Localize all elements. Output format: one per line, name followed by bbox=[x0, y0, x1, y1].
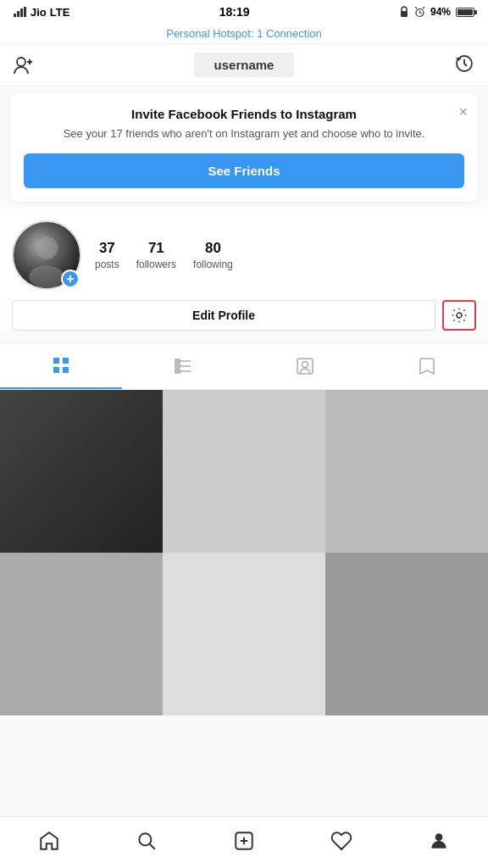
svg-rect-0 bbox=[14, 14, 16, 17]
following-count: 80 bbox=[205, 240, 221, 257]
svg-rect-2 bbox=[20, 8, 23, 17]
hotspot-text: Personal Hotspot: 1 Connection bbox=[166, 27, 322, 40]
svg-line-31 bbox=[150, 844, 155, 849]
svg-point-15 bbox=[36, 236, 58, 259]
close-banner-button[interactable]: × bbox=[458, 103, 468, 121]
carrier-name: Jio bbox=[30, 6, 47, 19]
username-display: username bbox=[194, 53, 295, 77]
posts-stat[interactable]: 37 posts bbox=[95, 240, 119, 270]
add-photo-button[interactable]: + bbox=[61, 270, 80, 288]
svg-rect-4 bbox=[401, 11, 408, 17]
posts-label: posts bbox=[95, 259, 119, 270]
profile-top: + 37 posts 71 followers 80 following bbox=[12, 220, 476, 290]
invite-banner: × Invite Facebook Friends to Instagram S… bbox=[10, 93, 478, 202]
activity-nav-button[interactable] bbox=[321, 826, 362, 856]
add-icon bbox=[233, 830, 255, 852]
home-icon bbox=[38, 830, 60, 852]
svg-point-10 bbox=[17, 58, 25, 66]
svg-rect-19 bbox=[63, 358, 69, 364]
svg-rect-20 bbox=[53, 367, 59, 373]
bottom-nav bbox=[0, 816, 488, 868]
followers-label: followers bbox=[136, 259, 176, 270]
status-time: 18:19 bbox=[219, 5, 250, 19]
tab-list[interactable] bbox=[122, 343, 244, 389]
network-type: LTE bbox=[50, 6, 70, 19]
gear-icon bbox=[451, 307, 468, 324]
signal-icon bbox=[14, 7, 27, 17]
svg-rect-3 bbox=[24, 7, 26, 17]
grid-photo-3[interactable] bbox=[325, 390, 488, 553]
profile-section: + 37 posts 71 followers 80 following Edi… bbox=[0, 209, 488, 331]
battery-icon bbox=[456, 8, 474, 17]
svg-line-9 bbox=[423, 7, 424, 8]
grid-photo-2[interactable] bbox=[163, 390, 325, 553]
svg-rect-1 bbox=[17, 11, 19, 17]
home-nav-button[interactable] bbox=[29, 826, 69, 856]
search-icon bbox=[136, 830, 158, 852]
status-bar: Jio LTE 18:19 94% bbox=[0, 0, 488, 24]
lock-icon bbox=[399, 6, 409, 18]
heart-icon bbox=[330, 830, 352, 852]
svg-point-16 bbox=[29, 266, 64, 289]
svg-point-17 bbox=[457, 313, 462, 318]
invite-banner-description: See your 17 friends who aren't on Instag… bbox=[24, 126, 464, 142]
bookmark-icon bbox=[417, 356, 437, 376]
see-friends-button[interactable]: See Friends bbox=[24, 153, 464, 188]
followers-stat[interactable]: 71 followers bbox=[136, 240, 176, 270]
status-carrier: Jio LTE bbox=[14, 6, 69, 19]
profile-nav-button[interactable] bbox=[419, 826, 459, 856]
avatar-wrap: + bbox=[12, 220, 81, 290]
grid-photo-1[interactable] bbox=[0, 390, 163, 553]
settings-button[interactable] bbox=[442, 300, 476, 331]
battery-percentage: 94% bbox=[430, 6, 451, 18]
history-button[interactable] bbox=[454, 53, 474, 77]
list-icon bbox=[173, 356, 193, 376]
add-friend-icon bbox=[14, 56, 34, 75]
following-label: following bbox=[193, 259, 233, 270]
grid-icon bbox=[51, 355, 71, 376]
profile-actions: Edit Profile bbox=[12, 300, 476, 331]
add-friend-button[interactable] bbox=[14, 56, 34, 75]
add-post-nav-button[interactable] bbox=[224, 826, 264, 856]
tab-grid[interactable] bbox=[0, 343, 122, 389]
posts-count: 37 bbox=[99, 240, 115, 257]
following-stat[interactable]: 80 following bbox=[193, 240, 233, 270]
status-right: 94% bbox=[399, 6, 474, 18]
tagged-icon bbox=[295, 356, 315, 376]
history-icon bbox=[454, 53, 474, 74]
grid-photo-5[interactable] bbox=[163, 553, 325, 715]
top-nav: username bbox=[0, 44, 488, 86]
profile-icon bbox=[428, 830, 450, 852]
search-nav-button[interactable] bbox=[126, 826, 167, 856]
hotspot-bar: Personal Hotspot: 1 Connection bbox=[0, 24, 488, 44]
photo-grid bbox=[0, 390, 488, 715]
invite-banner-title: Invite Facebook Friends to Instagram bbox=[24, 107, 464, 121]
tab-tagged[interactable] bbox=[244, 343, 366, 389]
svg-line-8 bbox=[415, 7, 417, 8]
svg-rect-18 bbox=[53, 358, 59, 364]
edit-profile-button[interactable]: Edit Profile bbox=[12, 300, 435, 331]
content-tab-bar bbox=[0, 343, 488, 390]
grid-photo-6[interactable] bbox=[325, 553, 488, 715]
svg-point-35 bbox=[435, 833, 443, 841]
svg-point-29 bbox=[302, 362, 308, 368]
svg-point-30 bbox=[139, 833, 151, 845]
alarm-icon bbox=[414, 7, 425, 18]
grid-photo-4[interactable] bbox=[0, 553, 163, 715]
followers-count: 71 bbox=[148, 240, 164, 257]
svg-rect-28 bbox=[297, 359, 313, 374]
tab-saved[interactable] bbox=[366, 343, 488, 389]
svg-rect-21 bbox=[63, 367, 69, 373]
profile-stats: 37 posts 71 followers 80 following bbox=[95, 240, 476, 270]
